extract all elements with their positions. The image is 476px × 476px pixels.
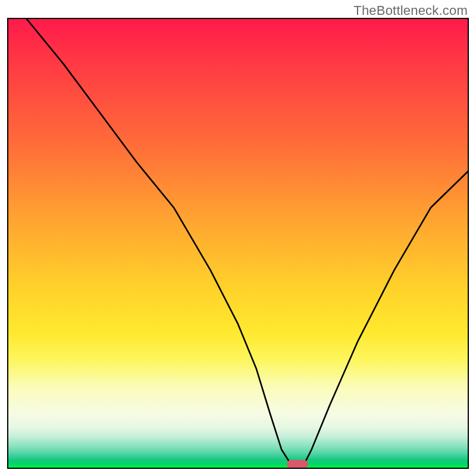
watermark-text: TheBottleneck.com [353, 3, 468, 18]
optimal-marker [287, 460, 308, 468]
bottleneck-curve [8, 19, 468, 468]
curve-path [27, 19, 468, 468]
chart-frame [7, 18, 469, 469]
